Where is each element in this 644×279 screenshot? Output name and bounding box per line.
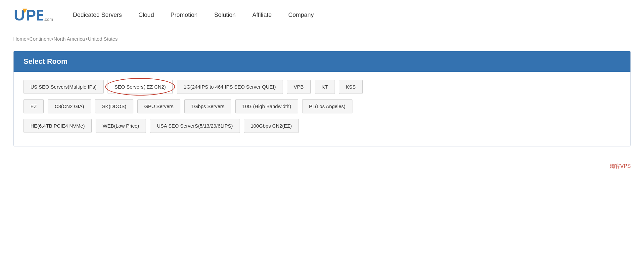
breadcrumb: Home>Continent>North America>United Stat… (0, 30, 644, 48)
nav-item-affiliate[interactable]: Affiliate (252, 12, 272, 19)
watermark-text: 淘客VPS (610, 163, 631, 169)
logo-com-text: .com (44, 17, 53, 22)
card-body: US SEO Servers(Multiple IPs)SEO Servers(… (14, 72, 630, 146)
room-btn-0-5[interactable]: KSS (339, 80, 363, 94)
room-btn-1-2[interactable]: SK(DDOS) (95, 99, 133, 113)
room-btn-2-2[interactable]: USA SEO ServerS(5/13/29/61IPS) (150, 119, 240, 133)
room-btn-0-3[interactable]: VPB (287, 80, 311, 94)
nav-item-cloud[interactable]: Cloud (138, 12, 154, 19)
room-row-1: EZC3(CN2 GIA)SK(DDOS)GPU Servers1Gbps Se… (23, 99, 621, 113)
room-btn-0-1[interactable]: SEO Servers( EZ CN2) (108, 80, 173, 94)
breadcrumb-text: Home>Continent>North America>United Stat… (13, 36, 118, 42)
card-title: Select Room (23, 57, 621, 66)
room-btn-0-2[interactable]: 1G(244IPS to 464 IPS SEO Server QUEI) (177, 80, 283, 94)
room-btn-1-0[interactable]: EZ (23, 99, 44, 113)
room-row-2: HE(6.4TB PCIE4 NVMe)WEB(Low Price)USA SE… (23, 119, 621, 133)
logo[interactable]: U PB .com (13, 6, 53, 24)
nav-item-promotion[interactable]: Promotion (170, 12, 198, 19)
card-header: Select Room (14, 51, 630, 72)
logo-svg: U PB (13, 6, 43, 24)
room-btn-0-0[interactable]: US SEO Servers(Multiple IPs) (23, 80, 104, 94)
header: U PB .com Dedicated ServersCloudPromotio… (0, 0, 644, 30)
room-btn-1-1[interactable]: C3(CN2 GIA) (48, 99, 91, 113)
room-btn-2-0[interactable]: HE(6.4TB PCIE4 NVMe) (23, 119, 92, 133)
room-btn-1-4[interactable]: 1Gbps Servers (184, 99, 231, 113)
svg-text:PB: PB (26, 7, 43, 24)
nav-item-solution[interactable]: Solution (214, 12, 236, 19)
room-btn-0-4[interactable]: KT (315, 80, 335, 94)
nav-item-dedicated-servers[interactable]: Dedicated Servers (73, 12, 122, 19)
room-btn-1-3[interactable]: GPU Servers (137, 99, 180, 113)
room-row-0: US SEO Servers(Multiple IPs)SEO Servers(… (23, 80, 621, 94)
room-btn-2-3[interactable]: 100Gbps CN2(EZ) (244, 119, 299, 133)
nav-item-company[interactable]: Company (288, 12, 314, 19)
room-btn-2-1[interactable]: WEB(Low Price) (96, 119, 146, 133)
footer-watermark: 淘客VPS (0, 160, 644, 173)
main-nav: Dedicated ServersCloudPromotionSolutionA… (73, 12, 631, 19)
room-btn-1-5[interactable]: 10G (High Bandwidth) (235, 99, 298, 113)
select-room-card: Select Room US SEO Servers(Multiple IPs)… (13, 51, 631, 146)
room-btn-1-6[interactable]: PL(Los Angeles) (302, 99, 352, 113)
